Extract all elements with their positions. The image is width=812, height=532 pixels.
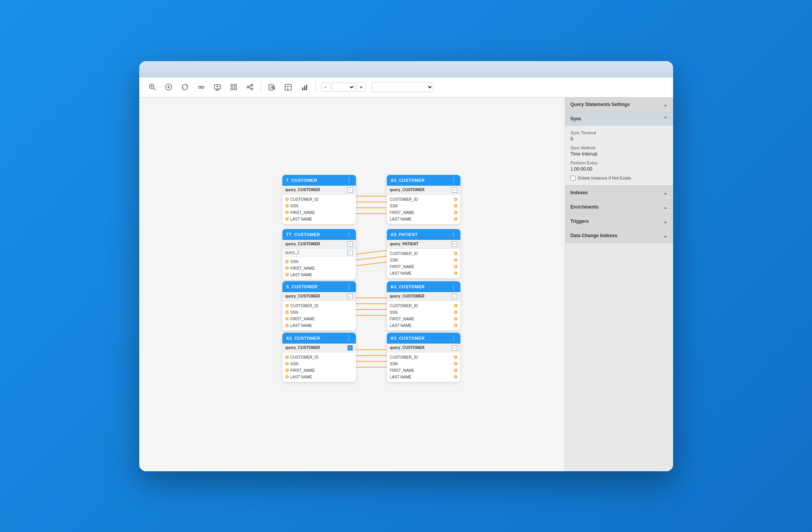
table-menu-icon[interactable]: ⋮ [450,335,456,341]
panel-section-header-indexes[interactable]: Indexes ⌄ [565,186,673,200]
field-dot [285,375,289,378]
table-a3-customer-1[interactable]: A3_CUSTOMER ⋮ query_CUSTOMER ✓ CUSTOMER_… [387,175,460,224]
table-title: T_CUSTOMER [286,178,318,183]
table-menu-icon[interactable]: ⋮ [346,231,352,238]
table-tt-customer[interactable]: TT_CUSTOMER ⋮ query_CUSTOMER ✓ query_2 ✓ [282,229,356,280]
query-checkbox[interactable]: ✓ [347,241,353,247]
table-title: TT_CUSTOMER [286,232,320,237]
field-dot-right [454,272,457,275]
zoom-select[interactable] [332,82,355,92]
screen-icon[interactable] [212,82,223,92]
table-t-customer[interactable]: T_CUSTOMER ⋮ query_CUSTOMER ✓ CUSTOMER_I… [282,175,356,224]
delete-instance-checkbox-row[interactable]: Delete Instance If Not Exists [571,176,668,181]
query-checkbox[interactable]: ✓ [347,187,353,193]
panel-section-header-enrichments[interactable]: Enrichments ⌄ [565,200,673,214]
field-dot [285,273,289,276]
panel-section-header-query-statements[interactable]: Query Statements Settings ⌄ [565,98,673,111]
table-query-row-2: query_2 ✓ [282,249,356,257]
table-header-t-customer: T_CUSTOMER ⋮ [282,175,356,186]
field-customer-id: CUSTOMER_ID [282,303,356,309]
application-window: - + [139,61,673,471]
table-a3-customer-2[interactable]: A3_CUSTOMER ⋮ query_CUSTOMER ✓ CUSTOMER_… [387,281,460,330]
chart-icon[interactable] [299,82,310,92]
table-header-a3-customer-2: A3_CUSTOMER ⋮ [387,281,460,292]
table-menu-icon[interactable]: ⋮ [346,335,352,341]
outer-background: - + [0,0,812,532]
field-dot [285,324,289,327]
search-select[interactable] [371,82,433,92]
zoom-plus-button[interactable]: + [357,82,366,92]
chevron-down-icon: ⌄ [663,233,668,239]
table-menu-icon[interactable]: ⋮ [346,177,352,183]
table-menu-icon[interactable]: ⋮ [450,177,456,183]
query-checkbox[interactable]: ✓ [452,187,457,193]
field-ssn: SSN [387,257,460,263]
svg-rect-16 [234,84,236,86]
table-menu-icon[interactable]: ⋮ [346,284,352,290]
perform-every-value: 1:00:00:00 [571,166,668,172]
field-dot-right [454,362,457,365]
table-a3-patient[interactable]: A3_PATIENT ⋮ query_PATIENT ✓ CUSTOMER_ID [387,229,460,278]
field-dot [285,211,289,214]
field-first-name: FIRST_NAME [387,209,460,216]
panel-section-indexes: Indexes ⌄ [565,186,673,200]
graph-icon[interactable] [244,82,255,92]
table-fields: CUSTOMER_ID SSN FIRST_NAME LAST NAM [387,301,460,330]
link-icon[interactable] [196,82,207,92]
table-title: A3_PATIENT [391,232,418,237]
canvas-area[interactable]: T_CUSTOMER ⋮ query_CUSTOMER ✓ CUSTOMER_I… [139,98,565,471]
field-dot [285,362,289,365]
field-first-name: FIRST_NAME [387,263,460,270]
zoom-minus-button[interactable]: - [321,82,330,92]
field-dot [285,356,289,359]
table-s-customer[interactable]: S_CUSTOMER ⋮ query_CUSTOMER ✓ CUSTOMER_I… [282,281,356,330]
table-title: A3_CUSTOMER [286,336,320,340]
panel-section-body-sync: Sync Timeout 0 Sync Method Time Interval… [565,126,673,185]
table-query-row: query_PATIENT ✓ [387,240,460,249]
sync-method-value: Time Interval [571,151,668,157]
table-icon[interactable] [283,82,294,92]
query-name: query_CUSTOMER [390,346,450,350]
query-checkbox[interactable]: ✓ [347,294,353,299]
field-customer-id: CUSTOMER_ID [387,196,460,203]
svg-rect-17 [231,88,233,90]
query-name: query_CUSTOMER [285,188,346,192]
panel-section-label: Enrichments [571,204,599,210]
field-first-name: FIRST_NAME [387,316,460,322]
field-last-name: LAST NAME [282,272,356,278]
query-checkbox[interactable]: ✓ [452,241,457,247]
query-checkbox[interactable]: ✓ [347,345,353,351]
svg-line-22 [249,86,251,87]
query-checkbox[interactable]: ✓ [452,294,457,299]
main-area: T_CUSTOMER ⋮ query_CUSTOMER ✓ CUSTOMER_I… [139,98,673,471]
table-fields: SSN FIRST_NAME LAST NAME [282,257,356,280]
zoom-in-icon[interactable] [147,82,158,92]
query-checkbox[interactable]: ✓ [452,345,457,351]
table-fields: CUSTOMER_ID SSN FIRST_NAME LAST NAM [282,195,356,224]
query-name: query_CUSTOMER [285,294,346,298]
table-query-row: query_CUSTOMER ✓ [387,292,460,301]
sync-timeout-value: 0 [571,136,668,142]
table-menu-icon[interactable]: ⋮ [450,284,456,290]
grid-icon[interactable] [228,82,239,92]
refresh-icon[interactable] [179,82,190,92]
table-a3-customer-3[interactable]: A3_CUSTOMER ⋮ query_CUSTOMER ✓ CUSTOMER_… [282,333,356,382]
field-dot [285,311,289,314]
delete-instance-checkbox[interactable] [571,176,576,181]
query-checkbox-2[interactable]: ✓ [347,250,353,255]
table-fields: CUSTOMER_ID SSN FIRST_NAME LAST NAM [387,249,460,278]
panel-section-header-sync[interactable]: Sync ⌄ [565,112,673,126]
svg-line-41 [356,256,387,260]
toolbar-separator-2 [315,82,316,92]
query-icon[interactable] [267,82,277,92]
panel-section-header-data-change-indexes[interactable]: Data Change Indexes ⌄ [565,229,673,243]
add-icon[interactable] [163,82,174,92]
table-menu-icon[interactable]: ⋮ [450,231,456,238]
field-dot-right [454,304,457,307]
table-a3-customer-4[interactable]: A3_CUSTOMER ⋮ query_CUSTOMER ✓ CUSTOMER_… [387,333,460,382]
panel-section-header-triggers[interactable]: Triggers ⌄ [565,214,673,228]
table-fields: CUSTOMER_ID SSN FIRST_NAME LAST NAM [387,352,460,382]
perform-every-label: Perform Every [571,161,668,165]
field-ssn: SSN [387,361,460,367]
field-dot-right [454,252,457,255]
